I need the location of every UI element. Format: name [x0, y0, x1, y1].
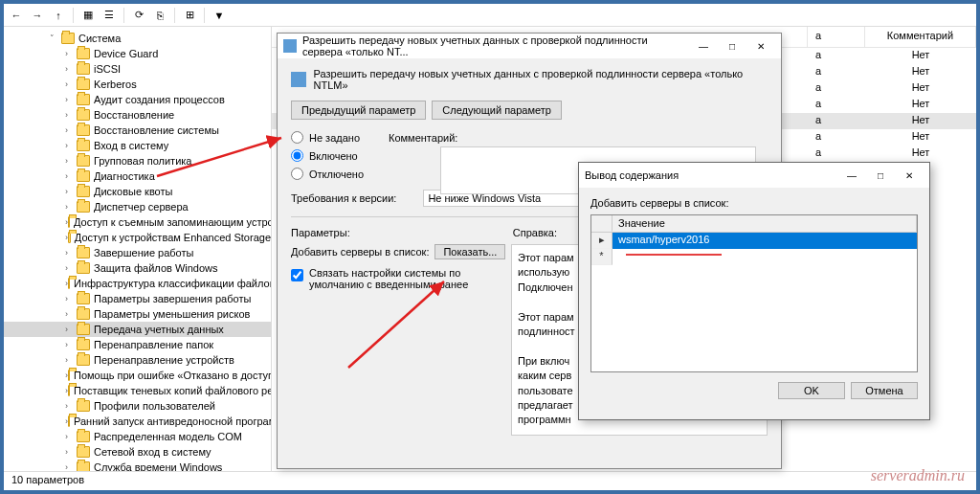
tree-item[interactable]: ›Диагностика: [4, 168, 271, 184]
policy-icon: [291, 72, 306, 87]
refresh-icon[interactable]: ⟳: [130, 7, 147, 24]
show-contents-dialog: Вывод содержания — □ ✕ Добавить серверы …: [578, 162, 930, 420]
tree-item[interactable]: ›Вход в систему: [4, 138, 271, 153]
status-bar: 10 параметров: [4, 471, 976, 490]
bind-checkbox[interactable]: [291, 269, 303, 281]
ok-button[interactable]: OK: [778, 382, 845, 399]
maximize-icon[interactable]: □: [866, 166, 895, 185]
dialog-titlebar[interactable]: Разрешить передачу новых учетных данных …: [278, 34, 781, 58]
tree-item[interactable]: ›Служба времени Windows: [4, 460, 271, 471]
tree-item[interactable]: ›iSCSI: [4, 61, 271, 77]
dialog-icon: [283, 39, 297, 53]
cancel-button[interactable]: Отмена: [851, 382, 918, 399]
tree-item[interactable]: ›Доступ к съемным запоминающим устройс: [4, 214, 271, 230]
up-icon[interactable]: ↑: [50, 7, 67, 24]
tree-item[interactable]: ›Восстановление системы: [4, 123, 271, 138]
servers-grid[interactable]: Значение ▸ wsman/hyperv2016 *: [590, 214, 918, 372]
close-icon[interactable]: ✕: [746, 36, 775, 56]
tree-item[interactable]: ›Поставщик теневых копий файлового ресур: [4, 383, 271, 398]
tree-item[interactable]: ›Помощь при ошибке «Отказано в доступе»: [4, 368, 271, 383]
minimize-icon[interactable]: —: [689, 36, 718, 56]
bind-label: Связать настройки системы по умолчанию с…: [309, 267, 481, 290]
tree-item[interactable]: ›Сетевой вход в систему: [4, 444, 271, 460]
grid-col-value[interactable]: Значение: [612, 215, 917, 232]
radio-notset[interactable]: [291, 131, 303, 144]
export-icon[interactable]: ⎘: [151, 7, 168, 24]
tree-item[interactable]: ›Параметры уменьшения рисков: [4, 306, 271, 322]
col-comment[interactable]: Комментарий: [865, 27, 976, 47]
policy-description: Разрешить передачу новых учетных данных …: [314, 68, 768, 91]
params-label: Параметры:: [291, 227, 350, 238]
tree-item[interactable]: ›Ранний запуск антивредоносной программы: [4, 414, 271, 429]
forward-icon[interactable]: →: [29, 7, 46, 24]
tree-item[interactable]: ›Распределенная модель COM: [4, 429, 271, 444]
dialog2-titlebar[interactable]: Вывод содержания — □ ✕: [579, 163, 929, 188]
maximize-icon[interactable]: □: [718, 36, 746, 56]
tree-item[interactable]: ›Инфраструктура классификации файлов: [4, 276, 271, 291]
view-icon[interactable]: ▦: [79, 7, 97, 24]
tree-item[interactable]: ›Профили пользователей: [4, 398, 271, 414]
grid-row-empty[interactable]: *: [591, 249, 917, 265]
back-icon[interactable]: ←: [8, 7, 25, 24]
tree-item[interactable]: ›Передача учетных данных: [4, 322, 271, 337]
dialog-title: Разрешить передачу новых учетных данных …: [302, 34, 689, 57]
watermark: serveradmin.ru: [871, 467, 965, 484]
show-button[interactable]: Показать...: [434, 244, 505, 259]
tree-item[interactable]: ›Параметры завершения работы: [4, 291, 271, 306]
close-icon[interactable]: ✕: [895, 166, 924, 185]
minimize-icon[interactable]: —: [837, 166, 866, 185]
add-servers-label2: Добавить серверы в список:: [590, 197, 918, 209]
help-label: Справка:: [513, 227, 557, 238]
main-toolbar: ← → ↑ ▦ ☰ ⟳ ⎘ ⊞ ▼: [4, 4, 976, 27]
grid-cell-value[interactable]: wsman/hyperv2016: [612, 233, 917, 249]
tree-item[interactable]: ›Перенаправление устройств: [4, 352, 271, 368]
radio-enabled[interactable]: [291, 149, 303, 162]
add-servers-label: Добавить серверы в список:: [291, 246, 429, 258]
requirements-label: Требования к версии:: [291, 192, 396, 204]
next-button[interactable]: Следующий параметр: [432, 101, 562, 120]
tree-item[interactable]: ›Kerberos: [4, 77, 271, 92]
radio-disabled[interactable]: [291, 168, 303, 180]
prev-button[interactable]: Предыдущий параметр: [291, 101, 426, 120]
tree-item[interactable]: ›Перенаправление папок: [4, 337, 271, 352]
tree-root[interactable]: ˅Система: [4, 31, 271, 46]
tree-item[interactable]: ›Групповая политика: [4, 153, 271, 168]
tree-item[interactable]: ›Восстановление: [4, 107, 271, 123]
col-state[interactable]: а: [808, 27, 865, 47]
tree-panel[interactable]: ˅Система›Device Guard›iSCSI›Kerberos›Ауд…: [4, 27, 272, 471]
tree-item[interactable]: ›Доступ к устройствам Enhanced Storage: [4, 230, 271, 245]
comment-label: Комментарий:: [389, 132, 457, 144]
tree-item[interactable]: ›Защита файлов Windows: [4, 260, 271, 276]
list-icon[interactable]: ☰: [100, 7, 118, 24]
tree-item[interactable]: ›Диспетчер сервера: [4, 199, 271, 214]
tree-item[interactable]: ›Завершение работы: [4, 245, 271, 260]
grid-row-selected[interactable]: ▸ wsman/hyperv2016: [591, 233, 917, 249]
tree-item[interactable]: ›Дисковые квоты: [4, 184, 271, 199]
tree-item[interactable]: ›Аудит создания процессов: [4, 92, 271, 107]
dialog2-title: Вывод содержания: [585, 169, 837, 181]
filter-icon[interactable]: ▼: [211, 7, 228, 24]
grid-icon[interactable]: ⊞: [181, 7, 198, 24]
tree-item[interactable]: ›Device Guard: [4, 46, 271, 61]
